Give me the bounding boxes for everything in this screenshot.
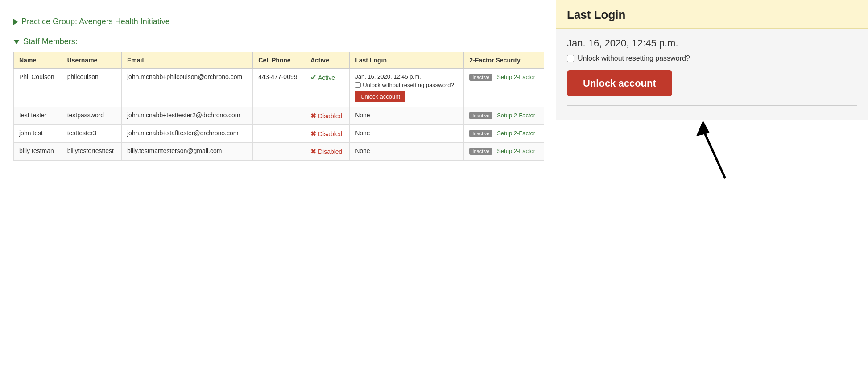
staff-members-header[interactable]: Staff Members: [13, 31, 544, 52]
col-header-username: Username [62, 52, 121, 69]
cell-active: ✔ Active [305, 69, 349, 107]
cell-username: philcoulson [62, 69, 121, 107]
cell-email: john.mcnabb+philcoulson@drchrono.com [122, 69, 253, 107]
table-row: billy testmanbillytestertesttestbilly.te… [14, 143, 544, 161]
svg-line-0 [703, 129, 725, 178]
setup-2factor-link[interactable]: Setup 2-Factor [497, 74, 535, 80]
unlock-without-reset-checkbox[interactable] [567, 55, 574, 62]
cell-last-login: None [350, 143, 464, 161]
col-header-email: Email [122, 52, 253, 69]
table-row: Phil Coulsonphilcoulsonjohn.mcnabb+philc… [14, 69, 544, 107]
cell-2factor: Inactive Setup 2-Factor [464, 125, 544, 143]
cell-last-login: None [350, 125, 464, 143]
cell-last-login: None [350, 107, 464, 125]
svg-marker-1 [696, 120, 710, 136]
cell-phone [253, 143, 305, 161]
check-icon: ✔ [310, 73, 316, 82]
cell-active: ✖ Disabled [305, 125, 349, 143]
cell-2factor: Inactive Setup 2-Factor [464, 107, 544, 125]
staff-table: Name Username Email Cell Phone Active La… [13, 52, 544, 161]
col-header-active: Active [305, 52, 349, 69]
col-header-name: Name [14, 52, 62, 69]
practice-group-label: Practice Group: Avengers Health Initiati… [21, 17, 170, 26]
col-header-2factor: 2-Factor Security [464, 52, 544, 69]
table-row: john testtesttester3john.mcnabb+stafftes… [14, 125, 544, 143]
cell-phone [253, 125, 305, 143]
inline-unlock-panel: Jan. 16, 2020, 12:45 p.m. Unlock without… [355, 73, 458, 102]
setup-2factor-link[interactable]: Setup 2-Factor [497, 112, 535, 119]
arrow-annotation [694, 116, 739, 189]
popup-title: Last Login [567, 8, 857, 22]
cell-name: Phil Coulson [14, 69, 62, 107]
inline-login-date: Jan. 16, 2020, 12:45 p.m. [355, 73, 458, 80]
inactive-badge: Inactive [469, 130, 492, 137]
popup-panel: Last Login Jan. 16, 2020, 12:45 p.m. Unl… [556, 0, 868, 120]
disabled-indicator: ✖ Disabled [310, 129, 344, 138]
practice-group[interactable]: Practice Group: Avengers Health Initiati… [13, 9, 544, 31]
practice-group-expand-icon [13, 19, 18, 25]
setup-2factor-link[interactable]: Setup 2-Factor [497, 130, 535, 137]
x-icon: ✖ [310, 112, 316, 120]
cell-phone [253, 107, 305, 125]
active-indicator: ✔ Active [310, 73, 344, 82]
disabled-indicator: ✖ Disabled [310, 147, 344, 156]
main-content: Practice Group: Avengers Health Initiati… [0, 0, 558, 170]
inactive-badge: Inactive [469, 74, 492, 81]
cell-phone: 443-477-0099 [253, 69, 305, 107]
table-row: test testertestpasswordjohn.mcnabb+testt… [14, 107, 544, 125]
cell-username: billytestertesttest [62, 143, 121, 161]
cell-name: test tester [14, 107, 62, 125]
inline-unlock-button[interactable]: Unlock account [355, 91, 405, 102]
popup-header: Last Login [556, 0, 868, 29]
disabled-indicator: ✖ Disabled [310, 112, 344, 120]
inactive-badge: Inactive [469, 148, 492, 155]
staff-members-label: Staff Members: [23, 37, 78, 46]
cell-2factor: Inactive Setup 2-Factor [464, 69, 544, 107]
popup-body: Jan. 16, 2020, 12:45 p.m. Unlock without… [556, 29, 868, 120]
staff-members-collapse-icon [13, 40, 20, 44]
cell-name: billy testman [14, 143, 62, 161]
unlock-account-button[interactable]: Unlock account [567, 70, 672, 96]
popup-last-login-date: Jan. 16, 2020, 12:45 p.m. [567, 37, 857, 49]
cell-email: john.mcnabb+stafftester@drchrono.com [122, 125, 253, 143]
cell-last-login: Jan. 16, 2020, 12:45 p.m. Unlock without… [350, 69, 464, 107]
inactive-badge: Inactive [469, 112, 492, 119]
cell-email: john.mcnabb+testtester2@drchrono.com [122, 107, 253, 125]
setup-2factor-link[interactable]: Setup 2-Factor [497, 148, 535, 154]
x-icon: ✖ [310, 129, 316, 138]
cell-active: ✖ Disabled [305, 143, 349, 161]
cell-username: testpassword [62, 107, 121, 125]
inline-unlock-checkbox[interactable] [355, 82, 361, 88]
inline-unlock-checkbox-label: Unlock without resetting password? [363, 82, 454, 88]
unlock-checkbox-label: Unlock without resetting password? [578, 54, 690, 62]
inline-unlock-checkbox-row: Unlock without resetting password? [355, 82, 458, 88]
table-header-row: Name Username Email Cell Phone Active La… [14, 52, 544, 69]
cell-active: ✖ Disabled [305, 107, 349, 125]
cell-email: billy.testmantesterson@gmail.com [122, 143, 253, 161]
popup-divider [567, 105, 857, 106]
page-wrapper: Last Login Jan. 16, 2020, 12:45 p.m. Unl… [0, 0, 868, 381]
unlock-checkbox-row: Unlock without resetting password? [567, 54, 857, 62]
x-icon: ✖ [310, 147, 316, 156]
cell-2factor: Inactive Setup 2-Factor [464, 143, 544, 161]
cell-name: john test [14, 125, 62, 143]
col-header-cell-phone: Cell Phone [253, 52, 305, 69]
cell-username: testtester3 [62, 125, 121, 143]
col-header-last-login: Last Login [350, 52, 464, 69]
